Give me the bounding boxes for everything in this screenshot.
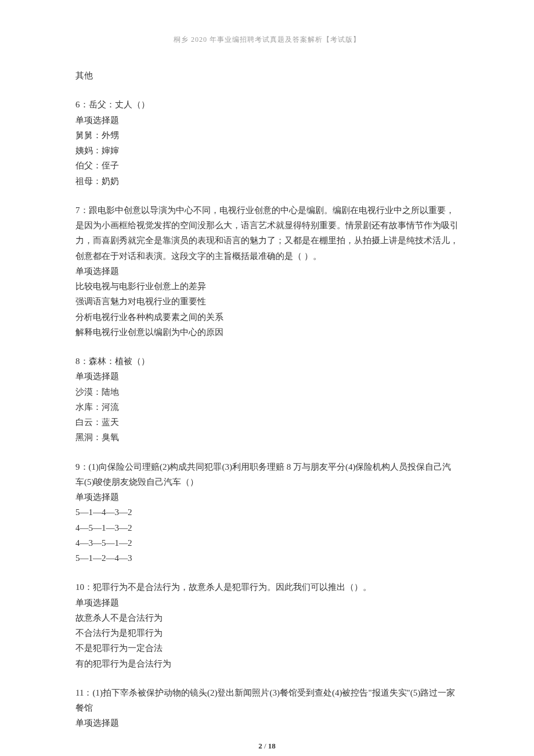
text-line: 单项选择题 (75, 489, 459, 505)
text-line: 伯父：侄子 (75, 158, 459, 173)
text-line: 故意杀人不是合法行为 (75, 610, 459, 625)
text-line: 舅舅：外甥 (75, 128, 459, 143)
text-line: 9：(1)向保险公司理赔(2)构成共同犯罪(3)利用职务理赔 8 万与朋友平分(… (75, 459, 459, 490)
page-sep: / (262, 741, 268, 750)
text-line: 强调语言魅力对电视行业的重要性 (75, 294, 459, 309)
text-line: 不合法行为是犯罪行为 (75, 625, 459, 640)
question-block: 10：犯罪行为不是合法行为，故意杀人是犯罪行为。因此我们可以推出（）。单项选择题… (75, 579, 459, 671)
text-line: 单项选择题 (75, 595, 459, 610)
page-number: 2 / 18 (0, 741, 534, 751)
text-line: 解释电视行业创意以编剧为中心的原因 (75, 325, 459, 340)
text-line: 10：犯罪行为不是合法行为，故意杀人是犯罪行为。因此我们可以推出（）。 (75, 579, 459, 595)
text-line: 水库：河流 (75, 399, 459, 415)
question-block: 11：(1)拍下宰杀被保护动物的镜头(2)登出新闻照片(3)餐馆受到查处(4)被… (75, 685, 459, 731)
document-body: 其他6：岳父：丈人（）单项选择题舅舅：外甥姨妈：婶婶伯父：侄子祖母：奶奶7：跟电… (75, 68, 459, 731)
text-line: 其他 (75, 68, 459, 83)
text-line: 分析电视行业各种构成要素之间的关系 (75, 309, 459, 325)
text-line: 单项选择题 (75, 369, 459, 384)
text-line: 有的犯罪行为是合法行为 (75, 656, 459, 671)
text-line: 单项选择题 (75, 113, 459, 128)
text-line: 6：岳父：丈人（） (75, 97, 459, 112)
question-block: 6：岳父：丈人（）单项选择题舅舅：外甥姨妈：婶婶伯父：侄子祖母：奶奶 (75, 97, 459, 189)
text-line: 7：跟电影中创意以导演为中心不同，电视行业创意的中心是编剧。编剧在电视行业中之所… (75, 203, 459, 264)
text-line: 沙漠：陆地 (75, 384, 459, 399)
page-total: 18 (268, 741, 276, 750)
page-header: 桐乡 2020 年事业编招聘考试真题及答案解析【考试版】 (75, 35, 459, 45)
text-line: 单项选择题 (75, 264, 459, 279)
text-line: 祖母：奶奶 (75, 174, 459, 189)
text-line: 单项选择题 (75, 715, 459, 730)
question-block: 7：跟电影中创意以导演为中心不同，电视行业创意的中心是编剧。编剧在电视行业中之所… (75, 203, 459, 340)
text-line: 4—3—5—1—2 (75, 535, 459, 550)
question-block: 9：(1)向保险公司理赔(2)构成共同犯罪(3)利用职务理赔 8 万与朋友平分(… (75, 459, 459, 566)
text-line: 姨妈：婶婶 (75, 143, 459, 158)
text-line: 5—1—4—3—2 (75, 505, 459, 520)
text-line: 比较电视与电影行业创意上的差异 (75, 279, 459, 294)
question-block: 8：森林：植被（）单项选择题沙漠：陆地水库：河流白云：蓝天黑洞：臭氧 (75, 354, 459, 445)
text-line: 不是犯罪行为一定合法 (75, 640, 459, 656)
text-line: 8：森林：植被（） (75, 354, 459, 369)
text-line: 黑洞：臭氧 (75, 430, 459, 445)
text-line: 4—5—1—3—2 (75, 520, 459, 535)
text-line: 11：(1)拍下宰杀被保护动物的镜头(2)登出新闻照片(3)餐馆受到查处(4)被… (75, 685, 459, 716)
text-line: 5—1—2—4—3 (75, 550, 459, 566)
question-block: 其他 (75, 68, 459, 83)
text-line: 白云：蓝天 (75, 415, 459, 430)
